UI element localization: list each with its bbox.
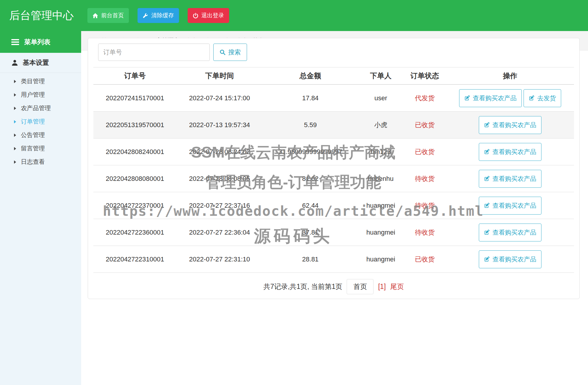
- sidebar-item-label: 订单管理: [21, 118, 45, 126]
- sidebar-item-link[interactable]: 留言管理: [0, 142, 81, 155]
- sidebar-item-label: 类目管理: [21, 77, 45, 85]
- buyer-cell: 小虎: [358, 112, 403, 138]
- status-cell: 待收货: [403, 192, 446, 219]
- status-cell: 待收货: [403, 219, 446, 246]
- view-purchased-products-button[interactable]: 查看购买农产品: [479, 224, 541, 241]
- pagination: 共7记录,共1页, 当前第1页 首页 [1] 尾页: [93, 279, 574, 302]
- column-header: 总金额: [263, 67, 358, 85]
- caret-right-icon: [14, 160, 16, 164]
- order-time-cell: 2022-07-27 22:36:04: [177, 219, 263, 246]
- edit-icon: [484, 122, 490, 128]
- sidebar-menu: 类目管理用户管理农产品管理订单管理公告管理留言管理日志查看: [0, 73, 81, 169]
- sidebar-item-link[interactable]: 用户管理: [0, 88, 81, 101]
- edit-icon: [484, 203, 490, 208]
- view-purchased-products-button[interactable]: 查看购买农产品: [479, 143, 541, 161]
- caret-right-icon: [14, 133, 16, 137]
- sidebar-item-label: 用户管理: [21, 91, 45, 99]
- order-no-search-input[interactable]: [98, 44, 210, 61]
- last-page-link[interactable]: 尾页: [390, 282, 404, 291]
- power-icon: [193, 13, 198, 19]
- view-purchased-products-button[interactable]: 查看购买农产品: [479, 170, 541, 188]
- caret-right-icon: [14, 107, 16, 110]
- status-badge: 待收货: [415, 175, 435, 182]
- current-page-indicator: [1]: [378, 283, 386, 291]
- caret-right-icon: [14, 120, 16, 124]
- status-badge: 已收货: [415, 121, 435, 129]
- wrench-icon: [143, 13, 148, 19]
- front-home-button[interactable]: 前台首页: [87, 8, 129, 23]
- buyer-cell: hm123: [358, 138, 403, 165]
- sidebar-item-label: 留言管理: [21, 144, 45, 153]
- status-cell: 已收货: [403, 112, 446, 138]
- amount-cell: 28.81: [263, 246, 358, 273]
- amount-cell: 17.84: [263, 84, 358, 112]
- actions-cell: 查看购买农产品: [446, 246, 574, 273]
- action-button-label: 查看购买农产品: [493, 228, 536, 237]
- logout-button[interactable]: 退出登录: [188, 8, 229, 23]
- caret-right-icon: [14, 147, 16, 150]
- view-purchased-products-button[interactable]: 查看购买农产品: [479, 197, 541, 215]
- action-button-label: 查看购买农产品: [493, 201, 536, 210]
- sidebar-section-label: 基本设置: [23, 58, 49, 67]
- action-button-label: 查看购买农产品: [493, 148, 536, 156]
- amount-cell: 62.44: [263, 192, 358, 219]
- main-area: 首页 / 订单管理 / 当前语言: 中文 切换语言: 中文 英文 搜索 订单号下…: [81, 31, 588, 385]
- topbar-buttons: 前台首页清除缓存退出登录: [87, 8, 238, 23]
- pagination-summary: 共7记录,共1页, 当前第1页: [263, 282, 342, 291]
- order-no-cell: 2022042722370001: [93, 192, 177, 219]
- sidebar-item-link[interactable]: 农产品管理: [0, 101, 81, 115]
- order-row: 20220428082400012022-07-28 08:24:0231.95…: [93, 138, 574, 165]
- amount-cell: 5.59: [263, 112, 358, 138]
- order-row: 20220724151700012022-07-24 15:17:0017.84…: [93, 84, 574, 112]
- clear-cache-button[interactable]: 清除缓存: [138, 8, 179, 23]
- column-header: 操作: [446, 67, 574, 85]
- status-cell: 待收货: [403, 165, 446, 192]
- action-button-label: 查看购买农产品: [473, 94, 517, 102]
- status-badge: 已收货: [415, 148, 435, 155]
- order-time-cell: 2022-07-13 19:57:34: [177, 112, 263, 138]
- actions-cell: 查看购买农产品: [446, 138, 574, 165]
- view-purchased-products-button[interactable]: 查看购买农产品: [459, 89, 522, 107]
- sidebar-section-basic-settings[interactable]: 基本设置: [0, 53, 81, 73]
- sidebar-header: 菜单列表: [0, 31, 81, 53]
- order-time-cell: 2022-07-27 22:31:10: [177, 246, 263, 273]
- column-header: 下单时间: [177, 67, 263, 85]
- caret-right-icon: [14, 93, 16, 97]
- status-cell: 已收货: [403, 138, 446, 165]
- go-ship-button[interactable]: 去发货: [524, 89, 561, 107]
- sidebar-header-label: 菜单列表: [24, 38, 50, 47]
- order-no-cell: 2022042722310001: [93, 246, 177, 273]
- search-icon: [220, 49, 226, 55]
- search-row: 搜索: [98, 44, 574, 61]
- order-time-cell: 2022-07-28 08:24:02: [177, 138, 263, 165]
- view-purchased-products-button[interactable]: 查看购买农产品: [479, 116, 541, 134]
- order-no-cell: 2022042808240001: [93, 138, 177, 165]
- order-row: 20220427223700012022-07-27 22:37:1662.44…: [93, 192, 574, 219]
- amount-cell: 37.81: [263, 219, 358, 246]
- order-time-cell: 2022-07-27 22:37:16: [177, 192, 263, 219]
- column-header: 下单人: [358, 67, 403, 85]
- sidebar-item-link[interactable]: 公告管理: [0, 128, 81, 142]
- actions-cell: 查看购买农产品: [446, 165, 574, 192]
- order-row: 20220428080800012022-07-28 08:08:0581.02…: [93, 165, 574, 192]
- search-button[interactable]: 搜索: [213, 44, 247, 61]
- home-icon: [92, 13, 98, 19]
- edit-icon: [484, 176, 490, 181]
- orders-table: 订单号下单时间总金额下单人订单状态操作 20220724151700012022…: [93, 67, 574, 273]
- first-page-button[interactable]: 首页: [347, 279, 374, 294]
- buyer-cell: huangmei: [358, 246, 403, 273]
- view-purchased-products-button[interactable]: 查看购买农产品: [479, 250, 541, 268]
- edit-icon: [484, 230, 490, 235]
- sidebar-item-link[interactable]: 类目管理: [0, 75, 81, 88]
- actions-cell: 查看购买农产品: [446, 112, 574, 138]
- actions-cell: 查看购买农产品去发货: [446, 84, 574, 112]
- buyer-cell: huangmei: [358, 219, 403, 246]
- sidebar-item-label: 公告管理: [21, 131, 45, 139]
- status-cell: 代发货: [403, 84, 446, 112]
- sidebar-item-active[interactable]: 订单管理: [0, 115, 81, 128]
- edit-icon: [484, 256, 490, 262]
- sidebar-item-link[interactable]: 日志查看: [0, 155, 81, 169]
- action-button-label: 查看购买农产品: [493, 121, 536, 129]
- edit-icon: [464, 95, 470, 101]
- orders-card: 搜索 订单号下单时间总金额下单人订单状态操作 20220724151700012…: [88, 38, 580, 299]
